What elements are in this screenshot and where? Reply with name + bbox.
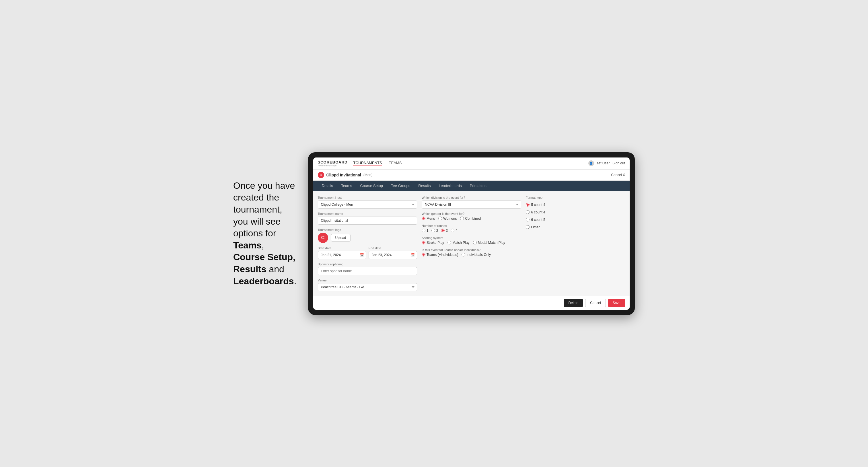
tab-course-setup[interactable]: Course Setup bbox=[356, 181, 387, 191]
format-other-label: Other bbox=[531, 225, 540, 229]
venue-select[interactable]: Peachtree GC - Atlanta - GA bbox=[318, 283, 417, 291]
gender-mens-radio[interactable] bbox=[422, 217, 425, 220]
end-date-input[interactable] bbox=[369, 251, 417, 259]
division-label: Which division is the event for? bbox=[422, 196, 521, 199]
format-5count4-radio[interactable] bbox=[526, 203, 529, 207]
start-date-input[interactable] bbox=[318, 251, 366, 259]
left-column: Tournament Host Clippd College - Men Tou… bbox=[318, 196, 417, 291]
teams-teams[interactable]: Teams (+Individuals) bbox=[422, 253, 458, 257]
format-other-radio[interactable] bbox=[526, 225, 529, 229]
scoring-match[interactable]: Match Play bbox=[447, 241, 469, 245]
main-content: Tournament Host Clippd College - Men Tou… bbox=[313, 191, 630, 296]
venue-label: Venue bbox=[318, 279, 417, 282]
save-button[interactable]: Save bbox=[608, 299, 625, 307]
dates-group: Start date 📅 End date 📅 bbox=[318, 246, 417, 259]
format-5count4[interactable]: 5 count 4 bbox=[526, 203, 625, 207]
rounds-3-label: 3 bbox=[446, 229, 448, 232]
scoring-stroke[interactable]: Stroke Play bbox=[422, 241, 444, 245]
nav-teams[interactable]: TEAMS bbox=[389, 161, 402, 166]
format-6count5-radio[interactable] bbox=[526, 218, 529, 221]
teams-individuals[interactable]: Individuals Only bbox=[462, 253, 491, 257]
logo-label: Tournament logo bbox=[318, 228, 417, 231]
scoring-stroke-radio[interactable] bbox=[422, 241, 425, 244]
scoring-stroke-label: Stroke Play bbox=[427, 241, 444, 245]
format-5count4-label: 5 count 4 bbox=[531, 203, 545, 207]
user-area: 👤 Test User | Sign out bbox=[588, 160, 625, 166]
nav-links: TOURNAMENTS TEAMS bbox=[353, 161, 402, 166]
rounds-2-radio[interactable] bbox=[431, 229, 435, 232]
logo-upload-area: C Upload bbox=[318, 232, 417, 243]
rounds-4-radio[interactable] bbox=[451, 229, 454, 232]
teams-teams-radio[interactable] bbox=[422, 253, 425, 256]
user-avatar: 👤 bbox=[588, 160, 594, 166]
host-label: Tournament Host bbox=[318, 196, 417, 199]
sponsor-input[interactable] bbox=[318, 267, 417, 275]
header-left: SCOREBOARD Powered by clippd TOURNAMENTS… bbox=[318, 160, 402, 167]
rounds-radio-group: 1 2 3 4 bbox=[422, 229, 521, 232]
name-field-group: Tournament name bbox=[318, 212, 417, 225]
nav-tournaments[interactable]: TOURNAMENTS bbox=[353, 161, 382, 166]
tournament-header: C Clippd Invitational (Men) Cancel X bbox=[313, 169, 630, 181]
rounds-2[interactable]: 2 bbox=[431, 229, 438, 232]
format-other[interactable]: Other bbox=[526, 225, 625, 229]
tab-details[interactable]: Details bbox=[318, 181, 337, 191]
tournament-title: C Clippd Invitational (Men) bbox=[318, 172, 373, 178]
rounds-4-label: 4 bbox=[456, 229, 458, 232]
teams-individuals-radio[interactable] bbox=[462, 253, 465, 256]
end-date-wrapper: 📅 bbox=[369, 251, 417, 259]
rounds-3-radio[interactable] bbox=[441, 229, 444, 232]
format-label: Format type bbox=[526, 196, 625, 199]
rounds-4[interactable]: 4 bbox=[451, 229, 458, 232]
end-date-calendar-icon: 📅 bbox=[410, 253, 415, 257]
cancel-button[interactable]: Cancel bbox=[585, 299, 606, 307]
right-column: Format type 5 count 4 6 count 4 6 count … bbox=[526, 196, 625, 291]
gender-combined-radio[interactable] bbox=[460, 217, 464, 220]
tab-printables[interactable]: Printables bbox=[466, 181, 491, 191]
rounds-3[interactable]: 3 bbox=[441, 229, 448, 232]
rounds-1[interactable]: 1 bbox=[422, 229, 429, 232]
tab-results[interactable]: Results bbox=[414, 181, 435, 191]
start-date-calendar-icon: 📅 bbox=[360, 253, 364, 257]
cancel-top-button[interactable]: Cancel X bbox=[611, 173, 625, 177]
gender-combined[interactable]: Combined bbox=[460, 217, 481, 221]
name-input[interactable] bbox=[318, 217, 417, 225]
tournament-type: (Men) bbox=[364, 173, 372, 177]
format-6count4-radio[interactable] bbox=[526, 210, 529, 214]
rounds-2-label: 2 bbox=[436, 229, 438, 232]
form-footer: Delete Cancel Save bbox=[313, 296, 630, 310]
gender-combined-label: Combined bbox=[465, 217, 481, 221]
tab-bar: Details Teams Course Setup Tee Groups Re… bbox=[313, 181, 630, 191]
gender-womens[interactable]: Womens bbox=[438, 217, 457, 221]
teams-radio-group: Teams (+Individuals) Individuals Only bbox=[422, 253, 521, 257]
venue-field-group: Venue Peachtree GC - Atlanta - GA bbox=[318, 279, 417, 291]
gender-womens-radio[interactable] bbox=[438, 217, 442, 220]
scoring-medal[interactable]: Medal Match Play bbox=[473, 241, 505, 245]
gender-label: Which gender is the event for? bbox=[422, 212, 521, 215]
tab-leaderboards[interactable]: Leaderboards bbox=[435, 181, 466, 191]
division-select[interactable]: NCAA Division III bbox=[422, 200, 521, 209]
gender-mens[interactable]: Mens bbox=[422, 217, 435, 221]
user-text[interactable]: Test User | Sign out bbox=[595, 161, 625, 165]
format-6count5-label: 6 count 5 bbox=[531, 218, 545, 222]
scoring-radio-group: Stroke Play Match Play Medal Match Play bbox=[422, 241, 521, 245]
rounds-label: Number of rounds bbox=[422, 224, 521, 227]
tab-teams[interactable]: Teams bbox=[337, 181, 356, 191]
upload-button[interactable]: Upload bbox=[331, 234, 350, 242]
host-select[interactable]: Clippd College - Men bbox=[318, 200, 417, 209]
logo-preview: C bbox=[318, 232, 328, 243]
scoring-field-group: Scoring system Stroke Play Match Play bbox=[422, 236, 521, 245]
format-6count4[interactable]: 6 count 4 bbox=[526, 210, 625, 214]
host-field-group: Tournament Host Clippd College - Men bbox=[318, 196, 417, 209]
logo-sub: Powered by clippd bbox=[318, 164, 348, 167]
sidebar-description: Once you have created the tournament, yo… bbox=[233, 180, 297, 287]
logo-area: SCOREBOARD Powered by clippd bbox=[318, 160, 348, 167]
scoring-medal-radio[interactable] bbox=[473, 241, 477, 244]
scoring-medal-label: Medal Match Play bbox=[478, 241, 505, 245]
scoring-label: Scoring system bbox=[422, 236, 521, 240]
tablet-frame: SCOREBOARD Powered by clippd TOURNAMENTS… bbox=[308, 152, 635, 315]
scoring-match-radio[interactable] bbox=[447, 241, 451, 244]
format-6count5[interactable]: 6 count 5 bbox=[526, 218, 625, 222]
rounds-1-radio[interactable] bbox=[422, 229, 425, 232]
tab-tee-groups[interactable]: Tee Groups bbox=[387, 181, 414, 191]
delete-button[interactable]: Delete bbox=[564, 299, 583, 307]
